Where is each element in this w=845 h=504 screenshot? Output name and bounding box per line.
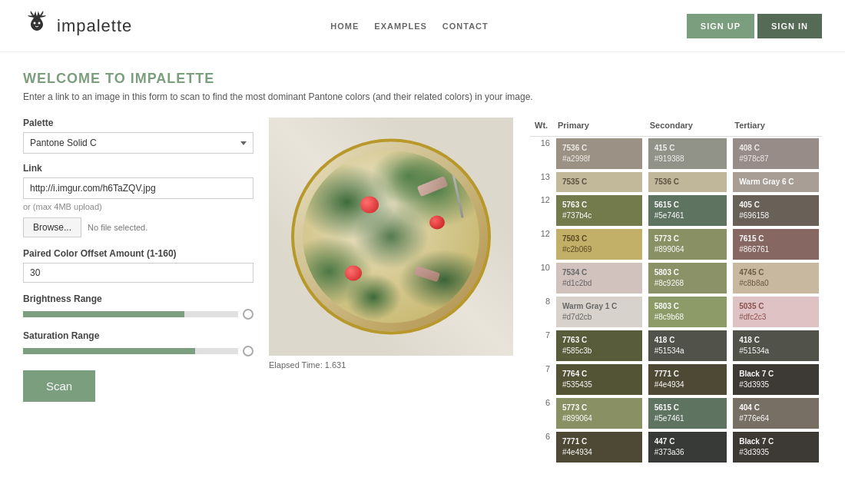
secondary-swatch: 447 C#373a36 <box>648 432 727 463</box>
content-area: Palette Pantone Solid C Pantone Solid U … <box>23 118 822 464</box>
logo: impalette <box>23 9 132 42</box>
palette-select[interactable]: Pantone Solid C Pantone Solid U Pantone … <box>23 132 254 154</box>
secondary-swatch: 5773 C#899064 <box>648 229 727 260</box>
brightness-label: Brightness Range <box>23 293 254 304</box>
offset-input[interactable] <box>23 263 254 283</box>
secondary-cell: 415 C#919388 <box>645 137 731 171</box>
or-upload-text: or (max 4MB upload) <box>23 202 254 211</box>
file-name-label: No file selected. <box>88 223 147 232</box>
primary-cell: 5773 C#899064 <box>553 396 645 430</box>
primary-cell: 7536 C#a2998f <box>553 137 645 171</box>
primary-swatch: 7764 C#535435 <box>556 364 642 395</box>
primary-swatch: 7503 C#c2b069 <box>556 229 642 260</box>
header-wt: Wt. <box>530 118 553 137</box>
primary-cell: 7535 C <box>553 171 645 194</box>
table-row: 6 5773 C#899064 5615 C#5e7461 404 C#776e… <box>530 396 822 430</box>
table-row: 16 7536 C#a2998f 415 C#919388 408 C#978c… <box>530 137 822 171</box>
tertiary-swatch: 5035 C#dfc2c3 <box>733 297 819 327</box>
secondary-cell: 418 C#51534a <box>645 329 731 363</box>
weight-cell: 6 <box>530 396 553 430</box>
tertiary-swatch: 418 C#51534a <box>733 330 819 361</box>
tertiary-swatch: 4745 C#c8b8a0 <box>733 263 819 293</box>
table-row: 10 7534 C#d1c2bd 5803 C#8c9268 4745 C#c8… <box>530 261 822 295</box>
secondary-cell: 5615 C#5e7461 <box>645 194 731 227</box>
primary-swatch: 5763 C#737b4c <box>556 195 642 226</box>
secondary-cell: 5803 C#8c9b68 <box>645 295 731 329</box>
primary-cell: 5763 C#737b4c <box>553 194 645 227</box>
link-input[interactable] <box>23 177 254 199</box>
secondary-cell: 5803 C#8c9268 <box>645 261 731 295</box>
saturation-range[interactable] <box>23 346 254 356</box>
tertiary-cell: Black 7 C#3d3935 <box>730 363 822 396</box>
secondary-swatch: 7536 C <box>648 172 727 192</box>
secondary-cell: 5615 C#5e7461 <box>645 396 731 430</box>
left-panel: Palette Pantone Solid C Pantone Solid U … <box>23 118 254 464</box>
table-row: 7 7763 C#585c3b 418 C#51534a 418 C#51534… <box>530 329 822 363</box>
main-nav: HOME EXAMPLES CONTACT <box>330 22 488 31</box>
secondary-swatch: 5803 C#8c9b68 <box>648 297 727 327</box>
primary-swatch: 7535 C <box>556 172 642 192</box>
saturation-label: Saturation Range <box>23 330 254 341</box>
tertiary-swatch: 408 C#978c87 <box>733 138 819 169</box>
logo-icon <box>23 9 51 42</box>
secondary-cell: 5773 C#899064 <box>645 227 731 261</box>
brightness-range[interactable] <box>23 309 254 320</box>
elapsed-time: Elapsed Time: 1.631 <box>269 360 515 370</box>
weight-cell: 7 <box>530 363 553 396</box>
tertiary-swatch: Black 7 C#3d3935 <box>733 364 819 395</box>
weight-cell: 7 <box>530 329 553 363</box>
saturation-thumb[interactable] <box>243 346 254 356</box>
brightness-track <box>23 311 238 317</box>
tertiary-swatch: 405 C#696158 <box>733 195 819 226</box>
tertiary-swatch: 404 C#776e64 <box>733 398 819 429</box>
table-row: 8 Warm Gray 1 C#d7d2cb 5803 C#8c9b68 503… <box>530 295 822 329</box>
main-content: WELCOME TO IMPALETTE Enter a link to an … <box>0 52 845 482</box>
tertiary-swatch: Warm Gray 6 C <box>733 172 819 192</box>
palette-label: Palette <box>23 118 254 128</box>
weight-cell: 12 <box>530 227 553 261</box>
header-primary: Primary <box>553 118 645 137</box>
nav-contact[interactable]: CONTACT <box>442 22 489 31</box>
secondary-cell: 7771 C#4e4934 <box>645 363 731 396</box>
brightness-fill <box>23 311 184 317</box>
scan-button[interactable]: Scan <box>23 370 95 402</box>
nav-home[interactable]: HOME <box>330 22 359 31</box>
primary-swatch: 7534 C#d1c2bd <box>556 263 642 293</box>
svg-point-1 <box>38 22 41 25</box>
tertiary-cell: Warm Gray 6 C <box>730 171 822 194</box>
brightness-thumb[interactable] <box>243 309 254 320</box>
svg-point-0 <box>34 22 36 25</box>
logo-text: impalette <box>57 16 132 36</box>
browse-button[interactable]: Browse... <box>23 217 81 237</box>
secondary-swatch: 5615 C#5e7461 <box>648 195 727 226</box>
food-image-inner <box>269 118 513 356</box>
tertiary-cell: 408 C#978c87 <box>730 137 822 171</box>
primary-cell: 7503 C#c2b069 <box>553 227 645 261</box>
weight-cell: 13 <box>530 171 553 194</box>
signup-button[interactable]: SIGN UP <box>687 14 754 38</box>
secondary-cell: 7536 C <box>645 171 731 194</box>
header-tertiary: Tertiary <box>730 118 822 137</box>
weight-cell: 6 <box>530 430 553 464</box>
file-upload-row: Browse... No file selected. <box>23 217 254 237</box>
tertiary-cell: 4745 C#c8b8a0 <box>730 261 822 295</box>
secondary-swatch: 418 C#51534a <box>648 330 727 361</box>
primary-swatch: 5773 C#899064 <box>556 398 642 429</box>
primary-swatch: Warm Gray 1 C#d7d2cb <box>556 297 642 327</box>
secondary-cell: 447 C#373a36 <box>645 430 731 464</box>
tertiary-swatch: Black 7 C#3d3935 <box>733 432 819 463</box>
primary-cell: 7764 C#535435 <box>553 363 645 396</box>
image-panel: Elapsed Time: 1.631 <box>269 118 515 464</box>
primary-swatch: 7763 C#585c3b <box>556 330 642 361</box>
signin-button[interactable]: SIGN IN <box>757 14 822 38</box>
weight-cell: 12 <box>530 194 553 227</box>
table-row: 7 7764 C#535435 7771 C#4e4934 Black 7 C#… <box>530 363 822 396</box>
nav-examples[interactable]: EXAMPLES <box>374 22 427 31</box>
page-subtitle: Enter a link to an image in this form to… <box>23 91 822 102</box>
tertiary-cell: 418 C#51534a <box>730 329 822 363</box>
primary-swatch: 7536 C#a2998f <box>556 138 642 169</box>
table-row: 12 7503 C#c2b069 5773 C#899064 7615 C#86… <box>530 227 822 261</box>
food-image <box>269 118 513 356</box>
tertiary-cell: 405 C#696158 <box>730 194 822 227</box>
link-label: Link <box>23 163 254 174</box>
